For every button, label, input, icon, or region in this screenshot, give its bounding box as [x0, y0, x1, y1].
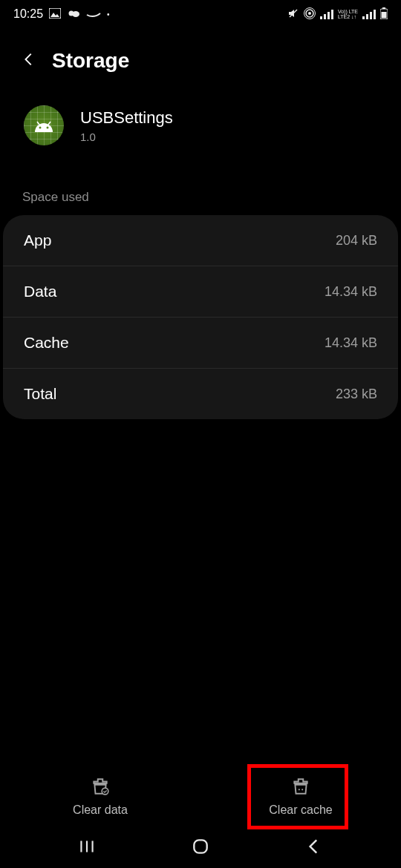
home-icon	[191, 837, 210, 856]
hotspot-icon	[304, 7, 316, 22]
row-data: Data 14.34 kB	[3, 266, 398, 318]
back-button[interactable]	[21, 51, 37, 70]
chevron-left-icon	[21, 51, 37, 68]
row-value: 233 kB	[336, 387, 377, 402]
svg-marker-1	[50, 13, 59, 17]
svg-point-11	[39, 127, 42, 129]
signal-bars-2-icon	[362, 10, 376, 19]
svg-point-16	[299, 789, 300, 790]
row-total: Total 233 kB	[3, 369, 398, 419]
svg-line-14	[48, 122, 50, 125]
page-title: Storage	[52, 49, 129, 73]
android-head-icon	[33, 119, 55, 132]
navigation-bar	[0, 827, 401, 868]
signal-bars-1-icon	[320, 10, 333, 19]
app-name: USBSettings	[80, 108, 173, 128]
status-time: 10:25	[13, 7, 43, 21]
svg-line-13	[37, 122, 39, 125]
svg-point-17	[301, 789, 303, 790]
row-cache: Cache 14.34 kB	[3, 318, 398, 369]
status-bar: 10:25 • Vo)) LTE LTE2 ↓↑	[0, 0, 401, 28]
row-value: 14.34 kB	[325, 284, 377, 300]
clear-cache-button[interactable]: Clear cache	[200, 766, 401, 827]
row-app: App 204 kB	[3, 215, 398, 266]
app-icon	[24, 105, 64, 145]
svg-rect-10	[382, 12, 387, 19]
bottom-actions: Clear data Clear cache	[0, 766, 401, 827]
mute-icon	[287, 7, 299, 22]
battery-icon	[380, 7, 388, 22]
action-label: Clear cache	[269, 803, 332, 817]
weather-icon	[67, 8, 80, 21]
row-value: 14.34 kB	[325, 335, 377, 351]
dot-icon: •	[107, 10, 110, 19]
svg-point-5	[308, 12, 311, 15]
row-label: Total	[24, 385, 56, 403]
svg-point-3	[69, 10, 74, 16]
row-label: Cache	[24, 334, 69, 352]
back-icon	[304, 837, 324, 856]
lte-indicator: Vo)) LTE LTE2 ↓↑	[338, 9, 358, 19]
clear-data-button[interactable]: Clear data	[0, 766, 200, 827]
clear-data-icon	[91, 777, 110, 796]
swoosh-icon	[86, 8, 101, 21]
nav-back-button[interactable]	[304, 837, 324, 859]
app-info-row: USBSettings 1.0	[0, 88, 401, 153]
row-label: App	[24, 231, 51, 249]
section-label-space-used: Space used	[0, 153, 401, 215]
svg-point-12	[47, 127, 49, 129]
svg-rect-21	[194, 840, 206, 852]
gallery-icon	[49, 8, 61, 21]
row-label: Data	[24, 283, 56, 300]
clear-cache-icon	[291, 777, 310, 796]
page-header: Storage	[0, 28, 401, 88]
app-version: 1.0	[80, 131, 173, 143]
storage-card: App 204 kB Data 14.34 kB Cache 14.34 kB …	[3, 215, 398, 419]
action-label: Clear data	[73, 803, 128, 817]
recents-icon	[77, 837, 97, 856]
nav-home-button[interactable]	[191, 837, 210, 859]
row-value: 204 kB	[336, 233, 377, 249]
nav-recents-button[interactable]	[77, 837, 97, 859]
svg-point-15	[102, 788, 108, 795]
